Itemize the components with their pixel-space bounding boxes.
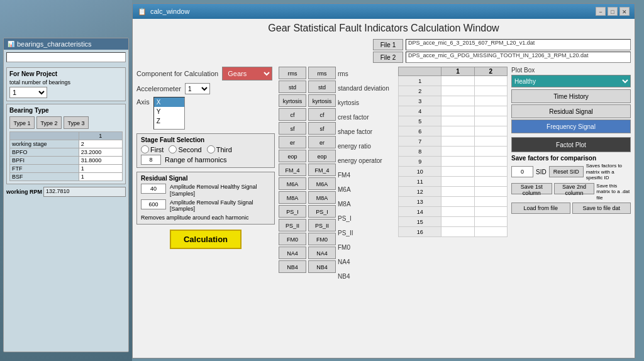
indicator-col2-btn-5[interactable]: er: [308, 136, 336, 148]
type1-button[interactable]: Type 1: [9, 116, 35, 129]
indicator-col1-btn-4[interactable]: sf: [279, 122, 306, 135]
maximize-button[interactable]: □: [608, 7, 618, 16]
col1-cell[interactable]: [441, 116, 474, 126]
range-input[interactable]: [141, 155, 161, 165]
indicator-col2-btn-13[interactable]: NA4: [308, 247, 336, 259]
residual-healthy-input[interactable]: [141, 184, 166, 194]
indicator-col2-btn-0[interactable]: rms: [308, 67, 336, 79]
radio-first[interactable]: [141, 145, 149, 153]
col2-cell[interactable]: [474, 76, 507, 86]
axis-y[interactable]: Y: [154, 107, 184, 116]
indicator-col1-btn-8[interactable]: M6A: [279, 177, 306, 190]
indicator-col2-btn-9[interactable]: M8A: [308, 191, 336, 204]
col1-cell[interactable]: [441, 167, 474, 177]
col2-cell[interactable]: [474, 217, 507, 227]
indicator-col1-btn-9[interactable]: M8A: [279, 191, 306, 204]
indicator-col1-btn-5[interactable]: er: [279, 136, 306, 148]
bearing-count-select[interactable]: 1: [9, 87, 47, 98]
col2-cell[interactable]: [474, 116, 507, 126]
col1-cell[interactable]: [441, 217, 474, 227]
close-button[interactable]: ✕: [619, 7, 630, 16]
component-select[interactable]: Gears: [222, 67, 272, 81]
indicator-col1-btn-14[interactable]: NB4: [279, 260, 306, 273]
indicator-col2-btn-7[interactable]: FM_4: [308, 164, 336, 176]
calculation-button[interactable]: Calculation: [170, 230, 242, 249]
axis-x[interactable]: X: [154, 97, 184, 107]
col2-cell[interactable]: [474, 197, 507, 207]
col2-cell[interactable]: [474, 177, 507, 187]
indicator-col2-btn-10[interactable]: PS_I: [308, 205, 336, 218]
indicator-col2-btn-6[interactable]: eop: [308, 150, 336, 162]
plot-dropdown[interactable]: Healthy: [511, 75, 631, 87]
indicator-col2-btn-11[interactable]: PS_II: [308, 219, 336, 231]
col1-cell[interactable]: [441, 157, 474, 167]
col2-cell[interactable]: [474, 106, 507, 116]
indicator-col1-btn-2[interactable]: kyrtosis: [279, 94, 306, 107]
col1-cell[interactable]: [441, 76, 474, 86]
saves-factors-desc: Saves factors to matrix with a spesific …: [586, 163, 631, 181]
indicator-col2-btn-3[interactable]: cf: [308, 108, 336, 121]
indicator-col2-btn-8[interactable]: M6A: [308, 177, 336, 190]
col1-cell[interactable]: [441, 86, 474, 96]
factot-plot-button[interactable]: Factot Plot: [511, 137, 631, 152]
sid-input[interactable]: [511, 166, 533, 177]
radio-second-label[interactable]: Second: [169, 145, 201, 153]
indicator-col1-btn-7[interactable]: FM_4: [279, 164, 306, 176]
radio-first-label[interactable]: First: [141, 145, 164, 153]
type2-button[interactable]: Type 2: [36, 116, 62, 129]
save-to-file-button[interactable]: Save to file dat: [572, 203, 631, 214]
col2-cell[interactable]: [474, 167, 507, 177]
indicator-col1-btn-6[interactable]: eop: [279, 150, 306, 162]
col2-cell[interactable]: [474, 136, 507, 147]
col1-cell[interactable]: [441, 136, 474, 147]
col2-cell[interactable]: [474, 227, 507, 237]
sidebar-search-input[interactable]: [6, 52, 126, 62]
indicator-col2-btn-14[interactable]: NB4: [308, 260, 336, 273]
col1-cell[interactable]: [441, 177, 474, 187]
col2-cell[interactable]: [474, 147, 507, 157]
col2-cell[interactable]: [474, 126, 507, 136]
residual-faulty-input[interactable]: [141, 199, 166, 209]
total-bearings-label: total number of bearings: [9, 79, 123, 86]
indicator-col2-btn-2[interactable]: kyrtosis: [308, 94, 336, 107]
col1-cell[interactable]: [441, 147, 474, 157]
indicator-col2-btn-1[interactable]: std: [308, 81, 336, 93]
col1-cell[interactable]: [441, 126, 474, 136]
reset-sid-button[interactable]: Reset SID: [549, 166, 584, 177]
col1-cell[interactable]: [441, 106, 474, 116]
axis-z[interactable]: Z: [154, 116, 184, 126]
indicator-col2-btn-12[interactable]: FM0: [308, 233, 336, 245]
indicator-col1-btn-1[interactable]: std: [279, 81, 306, 93]
indicator-col1-btn-12[interactable]: FM0: [279, 233, 306, 245]
minimize-button[interactable]: −: [596, 7, 606, 16]
file1-button[interactable]: File 1: [373, 39, 403, 50]
col2-cell[interactable]: [474, 187, 507, 197]
accelerometer-select[interactable]: 1: [185, 83, 210, 94]
indicator-col1-btn-0[interactable]: rms: [279, 67, 306, 79]
col2-cell[interactable]: [474, 96, 507, 106]
time-history-button[interactable]: Time History: [511, 89, 631, 103]
indicator-col2-btn-4[interactable]: sf: [308, 122, 336, 135]
save-1st-column-button[interactable]: Save 1st column: [511, 183, 552, 194]
col2-cell[interactable]: [474, 207, 507, 217]
load-from-file-button[interactable]: Load from file: [511, 203, 570, 214]
type3-button[interactable]: Type 3: [64, 116, 89, 129]
col2-cell[interactable]: [474, 157, 507, 167]
indicator-col1-btn-3[interactable]: cf: [279, 108, 306, 121]
residual-signal-button[interactable]: Residual Signal: [511, 104, 631, 118]
col1-cell[interactable]: [441, 227, 474, 237]
indicator-col1-btn-13[interactable]: NA4: [279, 247, 306, 259]
radio-second[interactable]: [169, 145, 177, 153]
col2-cell[interactable]: [474, 86, 507, 96]
radio-third-label[interactable]: Third: [207, 145, 232, 153]
col1-cell[interactable]: [441, 207, 474, 217]
file2-button[interactable]: File 2: [373, 52, 403, 63]
col1-cell[interactable]: [441, 187, 474, 197]
indicator-col1-btn-11[interactable]: PS_II: [279, 219, 306, 231]
frequency-signal-button[interactable]: Frequency Signal: [511, 119, 631, 133]
col1-cell[interactable]: [441, 197, 474, 207]
radio-third[interactable]: [207, 145, 215, 153]
indicator-col1-btn-10[interactable]: PS_I: [279, 205, 306, 218]
save-2nd-column-button[interactable]: Save 2nd column: [554, 183, 595, 194]
col1-cell[interactable]: [441, 96, 474, 106]
